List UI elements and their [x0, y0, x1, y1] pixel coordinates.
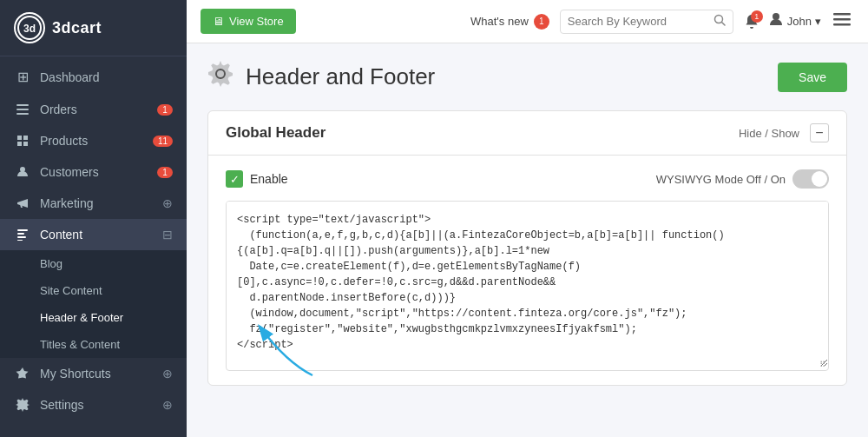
sidebar-logo[interactable]: 3d 3dcart [0, 0, 187, 56]
svg-rect-9 [17, 240, 23, 241]
sidebar-item-dashboard[interactable]: ⊞ Dashboard [0, 60, 187, 94]
view-store-label: View Store [229, 15, 284, 28]
sub-nav-header-footer-label: Header & Footer [40, 311, 123, 324]
global-header-card: Global Header Hide / Show − ✓ Enable WYS… [207, 110, 847, 386]
view-store-icon: 🖥 [213, 15, 224, 28]
user-name: John [787, 15, 812, 28]
sub-nav-blog-label: Blog [40, 257, 62, 270]
sidebar-item-settings[interactable]: Settings ⊕ [0, 389, 187, 420]
hamburger-menu-button[interactable] [830, 7, 854, 36]
card-title: Global Header [226, 124, 326, 142]
check-icon: ✓ [226, 170, 243, 188]
content-icon [14, 228, 31, 242]
settings-expand-icon: ⊕ [162, 398, 173, 412]
search-box [560, 10, 733, 34]
notification-bell-button[interactable]: 1 [744, 14, 760, 30]
sidebar: 3d 3dcart ⊞ Dashboard Orders 1 Products … [0, 0, 187, 437]
user-avatar-icon [768, 11, 784, 31]
wysiwyg-area: WYSIWYG Mode Off / On [656, 169, 829, 189]
sub-nav-site-content[interactable]: Site Content [0, 277, 187, 304]
page-title-area: Header and Footer [207, 61, 435, 93]
svg-point-12 [773, 13, 779, 20]
code-area-wrapper: <script type="text/javascript"> (functio… [226, 201, 829, 371]
whats-new-badge: 1 [534, 14, 549, 30]
enable-checkbox-area[interactable]: ✓ Enable [226, 170, 288, 188]
sidebar-item-label: Settings [40, 398, 162, 412]
logo-icon: 3d [14, 12, 45, 43]
code-editor[interactable]: <script type="text/javascript"> (functio… [227, 202, 828, 367]
notification-badge: 1 [751, 10, 763, 23]
enable-label: Enable [250, 172, 288, 186]
user-caret-icon: ▾ [815, 15, 821, 28]
page-title: Header and Footer [246, 63, 435, 90]
user-menu[interactable]: John ▾ [768, 11, 821, 31]
resize-handle[interactable]: ⠿ [816, 358, 828, 370]
whats-new-label: What's new [470, 15, 529, 28]
sidebar-item-label: Products [40, 134, 153, 148]
collapse-button[interactable]: − [810, 123, 829, 142]
topbar: 🖥 View Store What's new 1 1 John [187, 0, 868, 43]
sidebar-item-label: Customers [40, 165, 157, 179]
page-gear-icon [207, 61, 233, 93]
content-collapse-icon: ⊟ [162, 228, 173, 242]
sub-nav-site-content-label: Site Content [40, 284, 102, 297]
marketing-icon [14, 196, 31, 210]
whats-new-area[interactable]: What's new 1 [470, 14, 549, 30]
orders-badge: 1 [157, 104, 173, 116]
marketing-expand-icon: ⊕ [162, 196, 173, 210]
enable-row: ✓ Enable WYSIWYG Mode Off / On [226, 169, 829, 189]
page-header: Header and Footer Save [207, 61, 847, 93]
shortcuts-expand-icon: ⊕ [162, 367, 173, 381]
code-wrapper: <script type="text/javascript"> (functio… [226, 201, 829, 371]
sidebar-item-orders[interactable]: Orders 1 [0, 94, 187, 125]
sidebar-item-products[interactable]: Products 11 [0, 125, 187, 156]
svg-rect-8 [17, 236, 26, 238]
sidebar-navigation: ⊞ Dashboard Orders 1 Products 11 Custome… [0, 56, 187, 437]
sidebar-item-label: Orders [40, 103, 157, 116]
card-header-right: Hide / Show − [739, 123, 829, 142]
sidebar-item-customers[interactable]: Customers 1 [0, 156, 187, 188]
dashboard-icon: ⊞ [14, 69, 31, 85]
sub-nav-titles-content[interactable]: Titles & Content [0, 331, 187, 358]
sub-nav-header-footer[interactable]: Header & Footer [0, 304, 187, 331]
svg-rect-2 [16, 104, 29, 106]
svg-rect-3 [16, 109, 29, 110]
main-content: 🖥 View Store What's new 1 1 John [187, 0, 868, 437]
wysiwyg-toggle[interactable] [792, 169, 829, 189]
svg-rect-7 [17, 233, 24, 235]
svg-rect-4 [16, 113, 29, 115]
toggle-knob [812, 171, 827, 187]
sidebar-item-label: My Shortcuts [40, 367, 162, 381]
sub-nav-titles-content-label: Titles & Content [40, 338, 120, 351]
save-button[interactable]: Save [778, 63, 847, 92]
topbar-icons: 1 John ▾ [744, 7, 854, 36]
svg-rect-14 [833, 18, 851, 21]
search-input[interactable] [568, 15, 708, 28]
products-icon [14, 134, 31, 148]
shortcuts-icon [14, 367, 31, 381]
svg-rect-6 [17, 229, 28, 231]
logo-text: 3dcart [52, 19, 102, 37]
sidebar-item-label: Dashboard [40, 70, 173, 84]
svg-rect-13 [833, 13, 851, 16]
svg-rect-15 [833, 23, 851, 26]
orders-icon [14, 103, 31, 116]
settings-icon [14, 398, 31, 412]
customers-icon [14, 165, 31, 179]
sidebar-item-content[interactable]: Content ⊟ [0, 219, 187, 250]
sidebar-item-label: Marketing [40, 196, 162, 210]
svg-line-11 [721, 22, 725, 25]
card-body: ✓ Enable WYSIWYG Mode Off / On <script t… [208, 156, 846, 385]
view-store-button[interactable]: 🖥 View Store [201, 9, 296, 34]
sidebar-item-shortcuts[interactable]: My Shortcuts ⊕ [0, 358, 187, 389]
products-badge: 11 [153, 136, 173, 147]
card-header: Global Header Hide / Show − [208, 111, 846, 156]
sidebar-item-label: Content [40, 228, 162, 242]
hide-show-link[interactable]: Hide / Show [739, 127, 799, 140]
wysiwyg-label: WYSIWYG Mode Off / On [656, 173, 786, 186]
customers-badge: 1 [157, 167, 173, 178]
search-icon[interactable] [713, 14, 726, 30]
sub-nav-blog[interactable]: Blog [0, 250, 187, 277]
sidebar-item-marketing[interactable]: Marketing ⊕ [0, 188, 187, 219]
svg-text:3d: 3d [23, 23, 36, 35]
